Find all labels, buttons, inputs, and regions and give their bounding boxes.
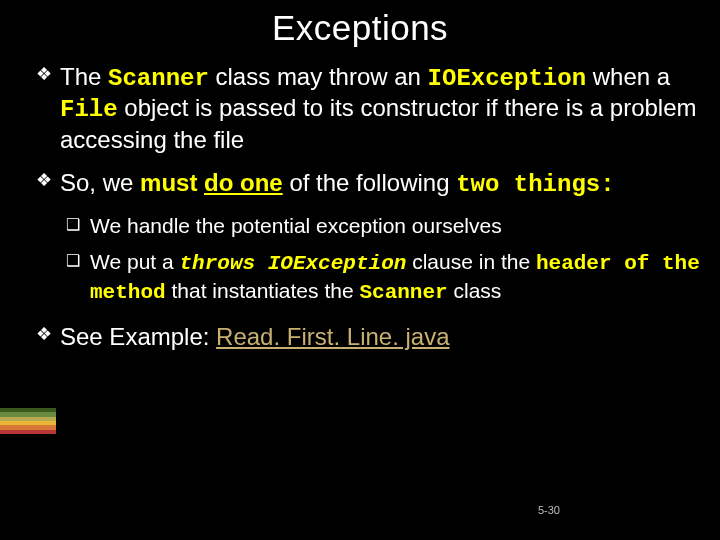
sub-bullet-handle-exception: We handle the potential exception oursel… xyxy=(66,213,706,239)
text: clause in the xyxy=(406,250,536,273)
text: We handle the potential exception oursel… xyxy=(90,214,502,237)
slide-title: Exceptions xyxy=(0,0,720,62)
example-link[interactable]: Read. First. Line. java xyxy=(216,323,449,350)
page-number: 5-30 xyxy=(538,504,560,516)
text: class xyxy=(448,279,502,302)
text: class may throw an xyxy=(209,63,428,90)
text: of the following xyxy=(283,169,456,196)
bullet-must-do-one: So, we must do one of the following two … xyxy=(36,168,706,199)
text: See Example: xyxy=(60,323,216,350)
code-ioexception: IOException xyxy=(428,65,586,92)
emphasis-must: must xyxy=(140,169,197,196)
bullet-scanner-ioexception: The Scanner class may throw an IOExcepti… xyxy=(36,62,706,154)
code-scanner: Scanner xyxy=(108,65,209,92)
text: : xyxy=(600,171,614,198)
text: The xyxy=(60,63,108,90)
code-throws-ioexception: throws IOException xyxy=(180,252,407,275)
text: object is passed to its constructor if t… xyxy=(60,94,697,152)
emphasis-do-one: do one xyxy=(204,169,283,196)
slide-content: The Scanner class may throw an IOExcepti… xyxy=(0,62,720,351)
code-scanner-2: Scanner xyxy=(359,281,447,304)
text: when a xyxy=(586,63,670,90)
text: So, we xyxy=(60,169,140,196)
sub-bullet-throws-clause: We put a throws IOException clause in th… xyxy=(66,249,706,306)
accent-stripe xyxy=(0,408,56,434)
emphasis-two-things: two things xyxy=(456,171,600,198)
bullet-see-example: See Example: Read. First. Line. java xyxy=(36,322,706,351)
text: We put a xyxy=(90,250,180,273)
code-file: File xyxy=(60,96,118,123)
text: that instantiates the xyxy=(166,279,360,302)
